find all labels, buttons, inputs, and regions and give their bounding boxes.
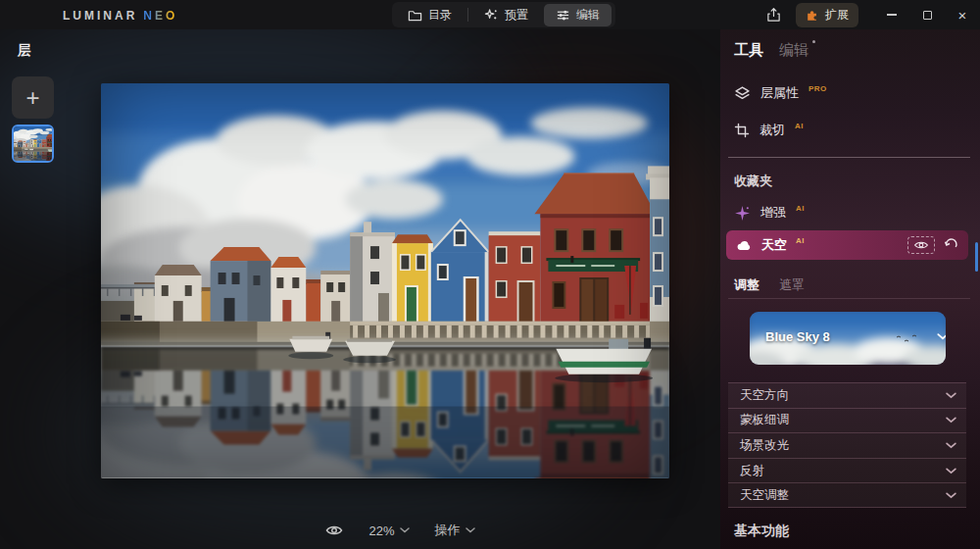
chevron-down-icon xyxy=(400,527,410,533)
sky-preset-name: Blue Sky 8 xyxy=(765,329,830,344)
section-label: 天空方向 xyxy=(740,387,789,404)
eye-icon xyxy=(913,239,929,251)
sparkle-icon xyxy=(734,205,751,222)
section-label: 反射 xyxy=(740,463,764,479)
tool-label: 增强 xyxy=(760,204,786,222)
chevron-down-icon xyxy=(466,527,475,533)
section-sky-orientation[interactable]: 天空方向 xyxy=(728,382,966,408)
actions-dropdown[interactable]: 操作 xyxy=(435,522,475,539)
extensions-button[interactable]: 扩展 xyxy=(796,3,858,27)
section-label: 蒙板细调 xyxy=(740,412,789,428)
section-sky-adjust[interactable]: 天空调整 xyxy=(728,482,966,508)
minimize-button[interactable] xyxy=(874,0,909,29)
tools-panel: 工具 编辑 层属性 PRO 裁切 AI 收藏夹 增强 AI 天空 AI xyxy=(720,29,980,549)
tab-edit-label: 编辑 xyxy=(576,7,600,24)
extensions-label: 扩展 xyxy=(825,7,849,24)
pro-badge: PRO xyxy=(808,84,827,93)
section-label: 天空调整 xyxy=(740,487,789,504)
sparkles-icon xyxy=(484,8,499,23)
chevron-down-icon xyxy=(946,492,956,499)
ai-badge: AI xyxy=(796,204,805,213)
photo-viewport[interactable] xyxy=(101,83,669,478)
sky-subtabs: 调整 遮罩 xyxy=(734,276,805,294)
layer-thumbnail[interactable] xyxy=(12,125,54,163)
panel-tab-edits[interactable]: 编辑 xyxy=(779,41,808,60)
tool-label: 裁切 xyxy=(760,122,785,139)
tool-label: 天空 xyxy=(761,236,787,254)
tab-edit[interactable]: 编辑 xyxy=(544,4,612,26)
sky-preset-selector[interactable]: Blue Sky 8 xyxy=(750,312,946,365)
share-icon xyxy=(766,7,781,23)
share-button[interactable] xyxy=(757,7,790,23)
panel-divider xyxy=(728,157,970,158)
actions-label: 操作 xyxy=(435,522,461,539)
chevron-down-icon xyxy=(946,468,956,474)
tab-presets-label: 预置 xyxy=(505,7,528,24)
add-layer-button[interactable]: + xyxy=(12,76,54,119)
panel-scrollbar[interactable] xyxy=(975,242,978,272)
crop-icon xyxy=(734,123,750,138)
tab-catalog-label: 目录 xyxy=(428,7,452,24)
layers-icon xyxy=(734,85,751,102)
photo-canvas xyxy=(101,83,669,478)
section-scene-relight[interactable]: 场景改光 xyxy=(728,432,966,458)
tool-label: 层属性 xyxy=(760,84,799,102)
chevron-down-icon xyxy=(946,442,956,449)
cloud-icon xyxy=(736,239,753,251)
tab-catalog[interactable]: 目录 xyxy=(396,4,464,26)
sky-reset-button[interactable] xyxy=(944,236,958,255)
puzzle-icon xyxy=(806,8,819,22)
luminar-neo-window: LUMINARNEO 目录 预置 编辑 扩展 xyxy=(0,0,980,549)
edits-indicator-dot xyxy=(812,40,815,43)
zoom-level-value: 22% xyxy=(368,524,394,538)
basic-tools-header: 基本功能 xyxy=(734,523,789,540)
tool-enhance[interactable]: 增强 AI xyxy=(734,204,805,222)
sky-visibility-button[interactable] xyxy=(907,236,935,254)
sky-tab-adjust[interactable]: 调整 xyxy=(734,276,760,294)
maximize-icon xyxy=(923,11,932,20)
chevron-down-icon xyxy=(946,392,956,399)
plus-icon: + xyxy=(25,84,39,112)
zoom-level-dropdown[interactable]: 22% xyxy=(368,524,409,538)
chevron-down-icon xyxy=(937,333,946,340)
view-switcher: 目录 预置 编辑 xyxy=(392,2,615,27)
sky-sections: 天空方向 蒙板细调 场景改光 反射 天空调整 xyxy=(728,382,966,508)
panel-tab-tools[interactable]: 工具 xyxy=(734,41,763,60)
tool-sky-active-row[interactable]: 天空 AI xyxy=(726,230,968,260)
titlebar-right: 扩展 × xyxy=(757,0,980,29)
minimize-icon xyxy=(887,14,897,16)
canvas-area: 层 + xyxy=(0,29,720,549)
section-label: 场景改光 xyxy=(740,437,789,454)
viewer-statusbar: 22% 操作 xyxy=(0,522,720,539)
compare-eye-button[interactable] xyxy=(325,524,343,537)
section-mask-refine[interactable]: 蒙板细调 xyxy=(728,408,966,433)
logo-luminar: LUMINAR xyxy=(63,9,137,23)
app-logo: LUMINARNEO xyxy=(63,9,177,23)
undo-icon xyxy=(944,236,958,251)
titlebar: LUMINARNEO 目录 预置 编辑 扩展 xyxy=(0,0,980,29)
maximize-button[interactable] xyxy=(909,0,945,29)
panel-divider xyxy=(728,298,970,299)
sky-tab-mask[interactable]: 遮罩 xyxy=(779,276,805,294)
sliders-icon xyxy=(556,8,570,23)
tool-layer-properties[interactable]: 层属性 PRO xyxy=(734,84,827,102)
eye-icon xyxy=(325,524,343,537)
tool-crop[interactable]: 裁切 AI xyxy=(734,122,804,139)
ai-badge: AI xyxy=(796,236,805,245)
tab-separator xyxy=(467,8,468,22)
logo-neo: NEO xyxy=(143,9,177,23)
layers-panel-title: 层 xyxy=(18,42,31,60)
close-button[interactable]: × xyxy=(945,0,980,29)
panel-tab-edits-label: 编辑 xyxy=(779,41,808,58)
chevron-down-icon xyxy=(946,417,956,424)
section-reflection[interactable]: 反射 xyxy=(728,458,966,483)
panel-header: 工具 编辑 xyxy=(734,41,808,60)
folder-icon xyxy=(408,8,422,23)
layer-thumbnail-image xyxy=(14,126,52,161)
close-icon: × xyxy=(958,8,967,23)
favorites-header: 收藏夹 xyxy=(734,173,772,190)
ai-badge: AI xyxy=(795,122,804,130)
tab-presets[interactable]: 预置 xyxy=(472,4,540,26)
